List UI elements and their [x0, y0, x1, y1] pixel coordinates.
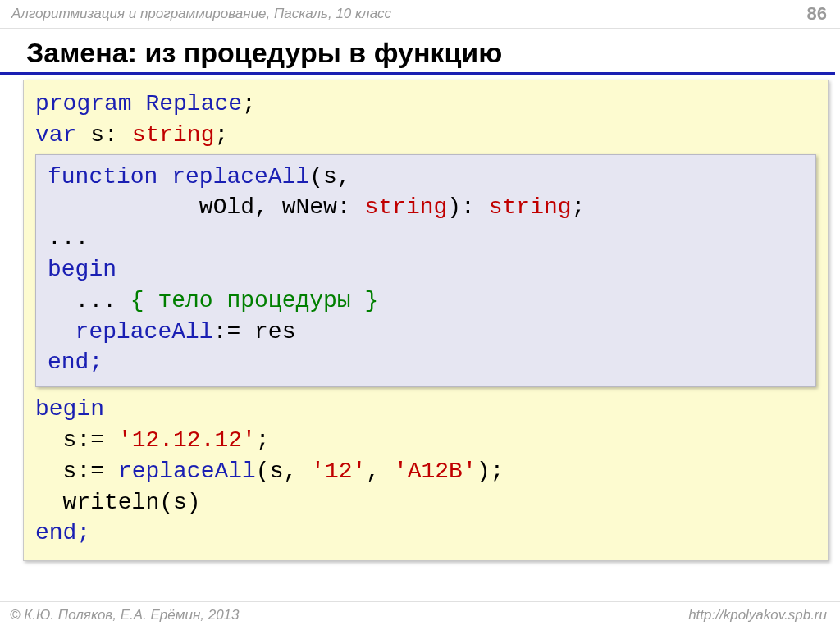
- text: s:=: [35, 427, 118, 453]
- text: (s,: [309, 164, 350, 189]
- comment: { тело процедуры }: [130, 288, 378, 313]
- code-line: replaceAll:= res: [48, 317, 804, 348]
- copyright: © К.Ю. Поляков, Е.А. Ерёмин, 2013: [10, 607, 240, 623]
- text: ;: [242, 91, 256, 116]
- string-literal: '12.12.12': [118, 427, 256, 453]
- string-literal: 'A12B': [394, 459, 477, 484]
- code-line: s:= '12.12.12';: [35, 425, 816, 456]
- type-string: string: [132, 122, 215, 148]
- text: );: [477, 459, 504, 484]
- keyword-begin: begin: [35, 396, 104, 422]
- slide-footer: © К.Ю. Поляков, Е.А. Ерёмин, 2013 http:/…: [0, 601, 840, 630]
- keyword-program: program: [35, 91, 132, 116]
- code-line: end;: [35, 518, 816, 549]
- page-number: 86: [807, 3, 827, 25]
- code-block-outer: program Replace; var s: string; function…: [23, 80, 829, 561]
- slide-header: Алгоритмизация и программирование, Паска…: [0, 0, 840, 29]
- text: ;: [256, 427, 270, 453]
- program-name: Replace: [145, 91, 242, 116]
- code-line: begin: [35, 394, 816, 425]
- text: s:: [76, 122, 131, 148]
- text: wOld, wNew:: [48, 194, 364, 220]
- text: := res: [213, 319, 296, 345]
- text: ):: [447, 194, 488, 220]
- code-line: program Replace;: [35, 89, 816, 120]
- keyword-begin: begin: [48, 257, 116, 282]
- keyword-var: var: [35, 122, 76, 148]
- function-call: replaceAll: [118, 459, 256, 484]
- text: ;: [572, 194, 586, 220]
- code-line: ... { тело процедуры }: [48, 285, 804, 317]
- keyword-end: end;: [35, 520, 90, 546]
- slide-title: Замена: из процедуры в функцию: [0, 29, 835, 75]
- course-title: Алгоритмизация и программирование, Паска…: [11, 6, 391, 22]
- code-line: s:= replaceAll(s, '12', 'A12B');: [35, 456, 816, 487]
- code-line: writeln(s): [35, 487, 816, 518]
- type-string: string: [489, 194, 572, 220]
- code-line: begin: [48, 254, 804, 285]
- string-literal: '12': [311, 459, 366, 484]
- text: ...: [48, 288, 130, 313]
- text: ;: [214, 122, 228, 148]
- type-string: string: [364, 194, 447, 220]
- text: (s,: [256, 459, 311, 484]
- text: ,: [366, 459, 394, 484]
- footer-url: http://kpolyakov.spb.ru: [688, 607, 827, 623]
- keyword-function: function: [48, 164, 158, 189]
- code-line: var s: string;: [35, 120, 816, 151]
- code-line: end;: [48, 347, 804, 378]
- function-name: replaceAll: [171, 164, 309, 189]
- code-line: ...: [48, 223, 804, 254]
- code-line: wOld, wNew: string): string;: [48, 192, 804, 223]
- text: s:=: [35, 459, 118, 484]
- function-name: replaceAll: [75, 319, 213, 345]
- text: [48, 319, 75, 345]
- keyword-end: end;: [48, 349, 103, 375]
- code-block-inner: function replaceAll(s, wOld, wNew: strin…: [35, 154, 816, 388]
- code-line: function replaceAll(s,: [48, 162, 804, 193]
